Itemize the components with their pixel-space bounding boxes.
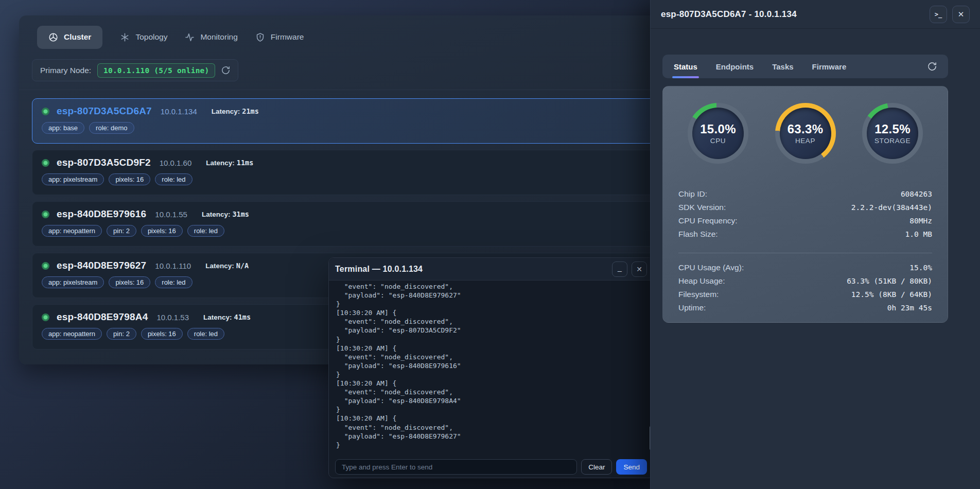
primary-node-bar: Primary Node: 10.0.1.110 (5/5 online) (32, 59, 238, 81)
detail-value: 6084263 (901, 190, 932, 198)
detail-label: Filesystem: (678, 290, 719, 299)
topology-icon (120, 32, 130, 42)
latency-value: 31ms (232, 210, 249, 218)
online-status-icon (42, 159, 49, 167)
detail-row: CPU Usage (Avg):15.0% (678, 263, 932, 276)
node-tag: pixels: 16 (109, 276, 150, 288)
gauge-label: CPU (710, 137, 726, 145)
gauge-heap: 63.3%HEAP (775, 103, 836, 164)
cluster-icon (48, 32, 58, 42)
detail-label: CPU Usage (Avg): (678, 263, 744, 272)
minimize-button[interactable]: _ (612, 261, 627, 277)
gauge-value: 12.5% (874, 122, 911, 136)
panel-close-button[interactable]: ✕ (952, 6, 970, 23)
detail-row: CPU Frequency:80MHz (678, 216, 932, 230)
panel-tabs: StatusEndpointsTasksFirmware (662, 55, 948, 78)
close-button[interactable]: ✕ (632, 261, 647, 277)
terminal-prompt-icon: >_ (935, 11, 942, 18)
open-terminal-button[interactable]: >_ (930, 6, 947, 23)
detail-value: 0h 23m 45s (887, 304, 932, 312)
terminal-log: "event": "node_discovered", "payload": "… (329, 281, 653, 455)
panel-refresh-icon[interactable] (927, 62, 937, 71)
node-tag: pixels: 16 (109, 173, 150, 185)
nav-tab-monitoring[interactable]: Monitoring (185, 32, 237, 42)
nav-tab-firmware[interactable]: Firmware (255, 32, 304, 42)
detail-row: Heap Usage:63.3% (51KB / 80KB) (678, 276, 932, 290)
firmware-icon (255, 32, 265, 42)
gauges-row: 15.0%CPU63.3%HEAP12.5%STORAGE (678, 103, 932, 164)
nav-tab-label: Cluster (64, 32, 91, 42)
detail-value: 2.2.2-dev(38a443e) (851, 203, 932, 212)
node-tag: app: pixelstream (42, 276, 104, 288)
refresh-icon[interactable] (221, 66, 230, 75)
node-tag: app: neopattern (42, 328, 102, 340)
detail-row: Uptime:0h 23m 45s (678, 303, 932, 317)
latency-value: N/A (236, 261, 249, 270)
primary-node-badge: 10.0.1.110 (5/5 online) (97, 63, 215, 78)
nav-tab-cluster[interactable]: Cluster (37, 26, 102, 49)
panel-tab-status[interactable]: Status (674, 55, 697, 78)
node-ip: 10.0.1.55 (155, 210, 187, 219)
node-tag: role: led (187, 328, 224, 340)
detail-row: Flash Size:1.0 MB (678, 230, 932, 243)
detail-label: CPU Frequency: (678, 216, 738, 225)
gauge-inner: 15.0%CPU (692, 108, 744, 159)
detail-row: SDK Version:2.2.2-dev(38a443e) (678, 203, 932, 216)
gauge-label: STORAGE (874, 137, 911, 145)
node-latency: Latency:11ms (206, 159, 253, 167)
primary-node-label: Primary Node: (40, 66, 91, 75)
node-name: esp-840D8E979616 (57, 208, 146, 220)
nav-tab-label: Topology (135, 32, 167, 42)
status-card: 15.0%CPU63.3%HEAP12.5%STORAGE Chip ID:60… (662, 86, 948, 323)
node-detail-panel: esp-807D3A5CD6A7 - 10.0.1.134 >_ ✕ Statu… (650, 0, 980, 489)
panel-tab-firmware[interactable]: Firmware (812, 55, 847, 78)
node-name: esp-807D3A5CD9F2 (57, 157, 151, 168)
terminal-header[interactable]: Terminal — 10.0.1.134 _ ✕ (329, 258, 653, 281)
node-tag: role: demo (89, 122, 134, 134)
close-icon: ✕ (958, 10, 965, 19)
online-status-icon (42, 262, 49, 270)
nav-tab-topology[interactable]: Topology (120, 32, 167, 42)
node-tag: app: neopattern (42, 225, 102, 237)
node-latency: Latency:31ms (202, 210, 249, 218)
node-tag: role: led (155, 276, 192, 288)
terminal-input[interactable] (335, 459, 577, 475)
details-divider (678, 253, 932, 253)
detail-label: Flash Size: (678, 230, 718, 239)
node-ip: 10.0.1.53 (156, 313, 189, 322)
panel-tab-tasks[interactable]: Tasks (772, 55, 793, 78)
node-tag: pin: 2 (107, 225, 136, 237)
online-status-icon (42, 108, 49, 115)
node-ip: 10.0.1.60 (160, 159, 192, 167)
latency-value: 21ms (242, 107, 259, 115)
online-status-icon (42, 313, 49, 321)
node-tag: pin: 2 (107, 328, 136, 340)
nav-tab-label: Monitoring (200, 32, 237, 42)
device-details: Chip ID:6084263SDK Version:2.2.2-dev(38a… (678, 189, 932, 243)
node-name: esp-807D3A5CD6A7 (57, 106, 152, 117)
nav-tab-label: Firmware (271, 32, 304, 42)
clear-button[interactable]: Clear (581, 459, 612, 475)
panel-header: esp-807D3A5CD6A7 - 10.0.1.134 >_ ✕ (651, 0, 980, 29)
panel-content: StatusEndpointsTasksFirmware 15.0%CPU63.… (662, 29, 948, 323)
terminal-input-row: Clear Send (329, 455, 653, 479)
usage-details: CPU Usage (Avg):15.0%Heap Usage:63.3% (5… (678, 263, 932, 317)
detail-label: Chip ID: (678, 189, 707, 199)
detail-value: 80MHz (909, 217, 932, 225)
detail-value: 63.3% (51KB / 80KB) (847, 277, 932, 285)
latency-value: 41ms (234, 313, 251, 321)
panel-tab-endpoints[interactable]: Endpoints (716, 55, 754, 78)
node-name: esp-840D8E9798A4 (57, 311, 148, 323)
gauge-inner: 12.5%STORAGE (867, 108, 918, 159)
node-latency: Latency:21ms (212, 107, 259, 115)
gauge-value: 63.3% (787, 122, 824, 136)
detail-value: 12.5% (8KB / 64KB) (851, 290, 932, 299)
node-latency: Latency:41ms (203, 313, 251, 321)
panel-title: esp-807D3A5CD6A7 - 10.0.1.134 (661, 9, 797, 20)
detail-row: Chip ID:6084263 (678, 189, 932, 203)
gauge-label: HEAP (795, 137, 815, 145)
node-ip: 10.0.1.110 (155, 261, 191, 270)
send-button[interactable]: Send (616, 459, 647, 475)
node-tag: role: led (187, 225, 224, 237)
detail-value: 1.0 MB (905, 230, 932, 238)
